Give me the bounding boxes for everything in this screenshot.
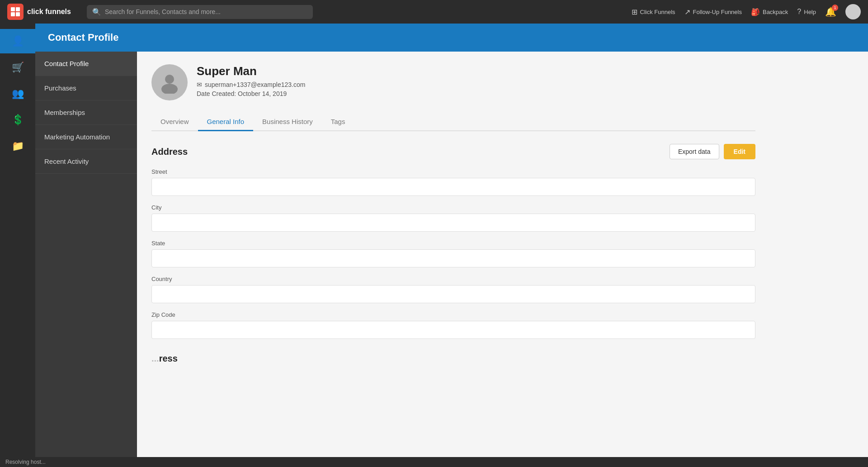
top-navigation: click funnels 🔍 ⊞ Click Funnels ↗ Follow… [0, 0, 868, 24]
tab-overview[interactable]: Overview [151, 113, 198, 131]
sidebar-icon-contacts[interactable]: 👤 [0, 29, 35, 53]
field-label-zip-code: Zip Code [151, 311, 755, 318]
address-section-header: Address Export data Edit [151, 144, 755, 159]
tab-bar: Overview General Info Business History T… [151, 113, 755, 131]
sidebar-icon-memberships[interactable]: 👥 [0, 81, 35, 106]
main-content: Super Man ✉ superman+1337@example123.com… [137, 52, 868, 467]
field-group-city: City [151, 204, 755, 232]
tab-tags[interactable]: Tags [322, 113, 354, 131]
email-icon: ✉ [197, 81, 202, 88]
sidebar-icon-marketing[interactable]: 💲 [0, 108, 35, 132]
tab-general-info[interactable]: General Info [198, 113, 254, 131]
contacts-icon: 👤 [12, 35, 24, 47]
status-bar: Resolving host... [0, 457, 868, 467]
search-input[interactable] [105, 8, 307, 15]
field-group-street: Street [151, 168, 755, 196]
user-avatar[interactable] [845, 4, 861, 19]
bottom-section: ...ress [151, 353, 755, 364]
icon-sidebar: 👤 🛒 👥 💲 📁 [0, 24, 35, 467]
cart-icon: 🛒 [12, 62, 24, 73]
field-value-state [151, 249, 755, 267]
notification-bell[interactable]: 🔔 1 [825, 6, 836, 17]
sidebar-item-contact-profile[interactable]: Contact Profile [35, 52, 137, 76]
logo-text: click funnels [27, 8, 71, 16]
group-icon: 👥 [12, 88, 24, 100]
sidebar-item-purchases[interactable]: Purchases [35, 76, 137, 100]
profile-name: Super Man [197, 64, 755, 78]
field-group-state: State [151, 240, 755, 267]
text-sidebar: Contact Profile Purchases Memberships Ma… [35, 24, 137, 467]
profile-date: Date Created: October 14, 2019 [197, 90, 755, 97]
search-icon: 🔍 [92, 8, 101, 16]
field-value-street [151, 178, 755, 196]
logo-area[interactable]: click funnels [7, 4, 80, 20]
notification-badge: 1 [832, 5, 838, 11]
export-data-button[interactable]: Export data [670, 144, 719, 159]
nav-backpack[interactable]: 🎒 Backpack [751, 8, 788, 16]
backpack-icon: 🎒 [751, 8, 760, 16]
svg-rect-2 [11, 12, 15, 16]
logo-icon [7, 4, 24, 20]
content-inner: Super Man ✉ superman+1337@example123.com… [137, 52, 770, 376]
nav-follow-up-funnels[interactable]: ↗ Follow-Up Funnels [684, 8, 742, 16]
follow-up-funnels-icon: ↗ [684, 8, 690, 16]
help-icon: ? [797, 8, 801, 16]
status-text: Resolving host... [5, 459, 46, 465]
field-label-country: Country [151, 276, 755, 282]
field-group-country: Country [151, 276, 755, 303]
svg-rect-1 [16, 7, 20, 11]
profile-header: Super Man ✉ superman+1337@example123.com… [151, 64, 755, 100]
nav-help[interactable]: ? Help [797, 8, 816, 16]
svg-rect-0 [11, 7, 15, 11]
svg-point-4 [165, 75, 174, 84]
profile-email: ✉ superman+1337@example123.com [197, 81, 755, 88]
sidebar-icon-purchases[interactable]: 🛒 [0, 55, 35, 80]
click-funnels-icon: ⊞ [632, 8, 637, 16]
field-value-city [151, 214, 755, 232]
avatar [151, 64, 188, 100]
header-bar: Contact Profile [35, 24, 868, 52]
field-label-city: City [151, 204, 755, 211]
svg-point-5 [161, 84, 178, 94]
field-value-country [151, 285, 755, 303]
page-title: Contact Profile [48, 32, 855, 43]
search-bar[interactable]: 🔍 [87, 5, 313, 19]
nav-click-funnels[interactable]: ⊞ Click Funnels [632, 8, 675, 16]
action-buttons: Export data Edit [670, 144, 755, 159]
nav-right: ⊞ Click Funnels ↗ Follow-Up Funnels 🎒 Ba… [632, 4, 861, 19]
address-fields: Street City State Country Zip Code [151, 168, 755, 339]
money-icon: 💲 [12, 114, 24, 126]
address-section-title: Address [151, 147, 188, 157]
folder-icon: 📁 [12, 140, 24, 152]
sidebar-icon-activity[interactable]: 📁 [0, 134, 35, 158]
page-wrapper: 👤 🛒 👥 💲 📁 Contact Profile Purchases Memb… [0, 24, 868, 467]
svg-rect-3 [16, 12, 20, 16]
profile-info: Super Man ✉ superman+1337@example123.com… [197, 64, 755, 97]
sidebar-item-marketing-automation[interactable]: Marketing Automation [35, 125, 137, 149]
field-value-zip-code [151, 321, 755, 339]
field-label-state: State [151, 240, 755, 247]
sidebar-item-memberships[interactable]: Memberships [35, 100, 137, 125]
field-group-zip-code: Zip Code [151, 311, 755, 339]
field-label-street: Street [151, 168, 755, 175]
tab-business-history[interactable]: Business History [253, 113, 322, 131]
sidebar-item-recent-activity[interactable]: Recent Activity [35, 149, 137, 174]
edit-button[interactable]: Edit [724, 144, 755, 159]
bottom-section-title: ...ress [151, 353, 755, 364]
